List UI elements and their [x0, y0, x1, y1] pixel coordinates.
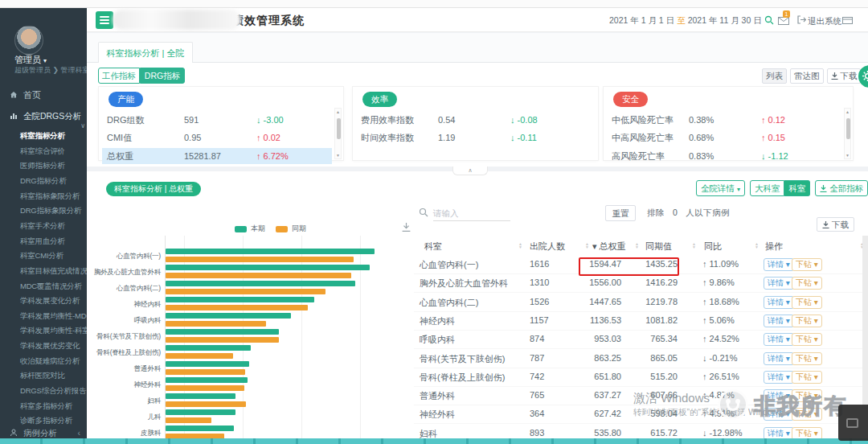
panel-icon[interactable]: [842, 17, 853, 24]
sidebar-item[interactable]: 科室手术分析: [20, 220, 65, 232]
sidebar-item[interactable]: 科室指标象限分析: [20, 190, 80, 203]
detail-button[interactable]: 详情 ▾: [764, 296, 794, 309]
sidebar-group-drgs-analysis[interactable]: 全院DRGS分析∨: [10, 111, 87, 130]
drill-button[interactable]: 下钻 ▾: [792, 296, 822, 309]
sidebar-item[interactable]: MDC覆盖情况分析: [20, 280, 82, 293]
all-metrics-button[interactable]: 全部指标: [815, 180, 868, 196]
sidebar-item[interactable]: 收治疑难病症分析: [20, 355, 80, 368]
column-header[interactable]: ▾ 总权重: [592, 240, 626, 253]
drill-button[interactable]: 下钻 ▾: [792, 258, 822, 271]
column-header[interactable]: 操作: [765, 240, 783, 253]
toggle-big-dept[interactable]: 大科室: [750, 180, 785, 196]
detail-button[interactable]: 详情 ▾: [764, 352, 794, 365]
bar-previous[interactable]: [166, 337, 279, 343]
detail-button[interactable]: 详情 ▾: [764, 314, 794, 327]
sidebar-item[interactable]: 科室指标分析: [20, 130, 65, 142]
bar-current[interactable]: [166, 345, 251, 351]
card-scrollbar[interactable]: ▲▼: [844, 108, 851, 159]
logout-button[interactable]: 退出系统: [808, 16, 841, 27]
page-scrollbar[interactable]: [862, 236, 868, 409]
sidebar-item[interactable]: DRG指标分析: [20, 175, 67, 187]
bar-current[interactable]: [166, 313, 291, 319]
sidebar-item[interactable]: 科室综合评价: [20, 145, 65, 158]
table-download-button[interactable]: 下载: [817, 217, 854, 232]
table-search-icon[interactable]: [419, 208, 428, 217]
tab-dept-indicator-analysis[interactable]: 科室指标分析 | 全院: [98, 42, 193, 63]
bar-previous[interactable]: [166, 257, 354, 262]
bar-previous[interactable]: [166, 289, 326, 294]
logout-icon[interactable]: [797, 15, 806, 24]
sort-icon[interactable]: ▲▼: [518, 242, 522, 249]
view-button-0[interactable]: 列表: [762, 68, 787, 84]
column-header[interactable]: 科室: [424, 240, 442, 253]
drill-button[interactable]: 下钻 ▾: [792, 333, 822, 346]
detail-button[interactable]: 详情 ▾: [764, 371, 794, 384]
column-header[interactable]: 出院人数: [530, 240, 565, 253]
bar-current[interactable]: [166, 393, 235, 399]
reset-button[interactable]: 重置: [605, 205, 636, 221]
bar-current[interactable]: [166, 297, 314, 302]
chart-download-icon[interactable]: [402, 223, 411, 232]
user-name[interactable]: 管理员 ▾: [14, 54, 47, 66]
sidebar-item[interactable]: 科室多指标分析: [20, 400, 72, 413]
bar-current[interactable]: [166, 281, 355, 286]
sidebar-item[interactable]: 科室目标值完成情况: [20, 265, 87, 278]
hospital-detail-button[interactable]: 全院详情 ▾: [696, 180, 745, 196]
drill-button[interactable]: 下钻 ▾: [792, 352, 822, 365]
bar-previous[interactable]: [166, 369, 245, 375]
sidebar-item[interactable]: 学科发展变化分析: [20, 294, 80, 307]
bar-current[interactable]: [166, 249, 375, 254]
drill-button[interactable]: 下钻 ▾: [792, 371, 822, 384]
sort-icon[interactable]: ▲▼: [692, 242, 696, 249]
avatar[interactable]: [14, 26, 43, 55]
exclude-filter[interactable]: 排除0人以下病例: [647, 208, 730, 219]
detail-button[interactable]: 详情 ▾: [764, 333, 794, 346]
subtab-work[interactable]: 工作指标: [98, 68, 140, 84]
sidebar-item[interactable]: 医师指标分析: [20, 159, 65, 172]
bar-previous[interactable]: [166, 321, 266, 327]
bar-previous[interactable]: [166, 273, 351, 278]
bar-current[interactable]: [166, 329, 279, 335]
sidebar-item[interactable]: DRGS综合分析报告: [20, 384, 86, 397]
sidebar-item[interactable]: 学科发展均衡性-科室: [20, 324, 87, 337]
view-button-2[interactable]: 下载: [827, 68, 862, 84]
bar-current[interactable]: [166, 409, 235, 415]
sidebar-item[interactable]: 标杆医院对比: [20, 369, 65, 382]
toggle-dept[interactable]: 科室: [784, 180, 810, 196]
menu-toggle-button[interactable]: [96, 11, 113, 29]
sidebar-item-home[interactable]: 首页: [10, 89, 41, 101]
search-input[interactable]: 请输入: [433, 205, 510, 221]
sidebar-item[interactable]: 诊断多指标分析: [20, 414, 72, 427]
drill-button[interactable]: 下钻 ▾: [792, 314, 822, 327]
column-header[interactable]: 同比: [704, 240, 722, 253]
column-header[interactable]: 同期值: [645, 240, 672, 253]
subtab-drg[interactable]: DRG指标: [140, 68, 185, 84]
search-icon[interactable]: [764, 15, 774, 25]
bar-current[interactable]: [166, 361, 249, 367]
detail-button[interactable]: 详情 ▾: [764, 277, 794, 290]
bar-previous[interactable]: [166, 385, 244, 391]
sidebar-item[interactable]: DRG指标象限分析: [20, 204, 81, 217]
sidebar-item[interactable]: 学科发展优劣变化: [20, 339, 80, 352]
date-range[interactable]: 2021 年 1 月 1 日至2021 年 11 月 30 日: [609, 15, 762, 27]
bar-previous[interactable]: [166, 353, 233, 359]
bar-previous[interactable]: [166, 401, 246, 407]
bar-previous[interactable]: [166, 417, 211, 423]
drill-button[interactable]: 下钻 ▾: [792, 277, 822, 290]
sidebar-item[interactable]: 科室用血分析: [20, 235, 65, 248]
sidebar-item-case-analysis[interactable]: 病例分析 ‹: [10, 428, 84, 439]
sidebar-item[interactable]: 科室CMI分析: [20, 249, 63, 262]
sort-icon[interactable]: ▲▼: [755, 242, 759, 249]
view-button-1[interactable]: 雷达图: [790, 68, 824, 84]
sidebar-item[interactable]: 学科发展均衡性-MDC: [20, 310, 87, 323]
card-scrollbar[interactable]: ▲▼: [334, 108, 342, 159]
bar-previous[interactable]: [166, 305, 308, 310]
bar-current[interactable]: [166, 265, 370, 270]
mail-icon[interactable]: [778, 17, 789, 25]
sort-icon[interactable]: ▲▼: [635, 242, 639, 249]
bar-current[interactable]: [166, 426, 234, 431]
collapse-handle[interactable]: ∧: [452, 166, 488, 175]
bar-current[interactable]: [166, 377, 248, 383]
detail-button[interactable]: 详情 ▾: [764, 258, 794, 271]
sort-icon[interactable]: ▲▼: [585, 242, 589, 249]
